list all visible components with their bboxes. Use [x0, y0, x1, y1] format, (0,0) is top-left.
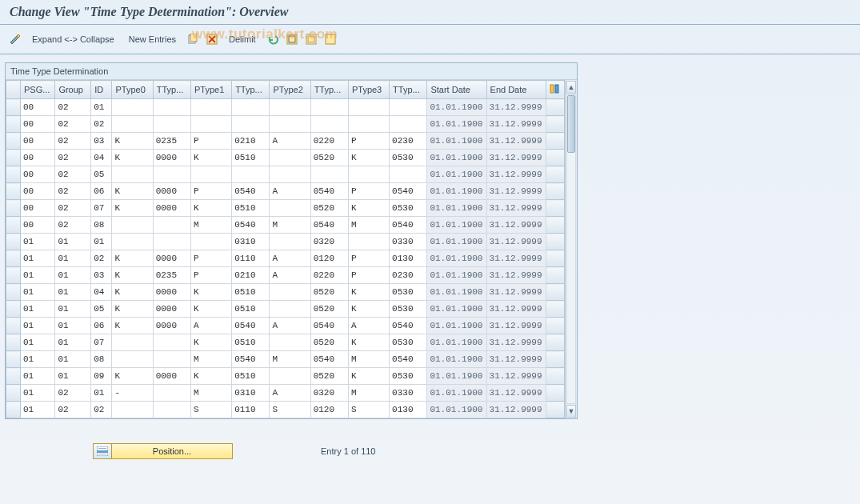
cell-psg[interactable]: 01	[20, 301, 54, 318]
row-marker[interactable]	[6, 301, 21, 318]
cell-pt0[interactable]	[112, 402, 153, 418]
cell-tt2[interactable]: 0520	[310, 200, 348, 217]
row-marker[interactable]	[6, 334, 21, 351]
cell-psg[interactable]: 00	[20, 183, 54, 200]
cell-psg[interactable]: 01	[20, 385, 54, 402]
cell-grp[interactable]: 01	[55, 301, 91, 318]
cell-pt3[interactable]: A	[348, 318, 389, 334]
cell-ed[interactable]: 31.12.9999	[486, 284, 546, 301]
cell-pt3[interactable]: K	[348, 200, 389, 217]
cell-tt3[interactable]: 0530	[390, 200, 427, 217]
cell-tt0[interactable]: 0000	[153, 368, 190, 385]
table-row[interactable]: 010107K05100520K053001.01.190031.12.9999	[6, 334, 565, 351]
cell-pt2[interactable]: S	[270, 402, 310, 418]
table-row[interactable]: 000204K0000K05100520K053001.01.190031.12…	[6, 150, 565, 166]
cell-pt3[interactable]	[348, 99, 389, 116]
table-row[interactable]: 000206K0000P0540A0540P054001.01.190031.1…	[6, 183, 565, 200]
cell-psg[interactable]: 01	[20, 284, 54, 301]
cell-tt1[interactable]: 0110	[232, 250, 270, 267]
col-id[interactable]: ID	[91, 81, 112, 99]
table-row[interactable]: 000207K0000K05100520K053001.01.190031.12…	[6, 200, 565, 217]
cell-grp[interactable]: 02	[55, 150, 91, 166]
cell-tt2[interactable]: 0540	[310, 183, 348, 200]
cell-tt1[interactable]	[232, 99, 270, 116]
cell-pt3[interactable]: P	[348, 133, 389, 150]
cell-tt2[interactable]: 0520	[310, 301, 348, 318]
cell-tt1[interactable]: 0510	[232, 368, 270, 385]
cell-pt0[interactable]: K	[112, 368, 153, 385]
cell-sd[interactable]: 01.01.1900	[427, 133, 486, 150]
cell-psg[interactable]: 01	[20, 402, 54, 418]
cell-sd[interactable]: 01.01.1900	[427, 334, 486, 351]
cell-grp[interactable]: 01	[55, 267, 91, 284]
cell-id[interactable]: 02	[91, 116, 112, 133]
cell-tt0[interactable]	[153, 234, 190, 250]
cell-tt2[interactable]: 0220	[310, 267, 348, 284]
cell-id[interactable]: 07	[91, 200, 112, 217]
cell-tt2[interactable]: 0320	[310, 234, 348, 250]
cell-ed[interactable]: 31.12.9999	[486, 368, 546, 385]
toggle-change-icon[interactable]	[8, 32, 22, 46]
time-type-table[interactable]: PSG... Group ID PType0 TTyp... PType1 TT…	[6, 80, 565, 418]
cell-tt1[interactable]: 0540	[232, 183, 270, 200]
row-marker[interactable]	[6, 318, 21, 334]
cell-tt0[interactable]: 0000	[153, 150, 190, 166]
cell-pt1[interactable]: K	[190, 301, 231, 318]
table-row[interactable]: 010105K0000K05100520K053001.01.190031.12…	[6, 301, 565, 318]
cell-pt2[interactable]	[270, 368, 310, 385]
cell-psg[interactable]: 01	[20, 368, 54, 385]
cell-ed[interactable]: 31.12.9999	[486, 301, 546, 318]
cell-tt3[interactable]: 0330	[390, 234, 427, 250]
col-ttyp2[interactable]: TTyp...	[310, 81, 348, 99]
cell-ed[interactable]: 31.12.9999	[486, 234, 546, 250]
cell-tt2[interactable]: 0540	[310, 318, 348, 334]
cell-sd[interactable]: 01.01.1900	[427, 368, 486, 385]
cell-tt3[interactable]: 0530	[390, 334, 427, 351]
row-marker-header[interactable]	[6, 81, 21, 99]
cell-sd[interactable]: 01.01.1900	[427, 217, 486, 234]
row-marker[interactable]	[6, 234, 21, 250]
cell-sd[interactable]: 01.01.1900	[427, 284, 486, 301]
row-marker[interactable]	[6, 183, 21, 200]
col-ttyp3[interactable]: TTyp...	[390, 81, 427, 99]
cell-pt1[interactable]	[190, 99, 231, 116]
cell-id[interactable]: 05	[91, 301, 112, 318]
cell-tt2[interactable]: 0520	[310, 368, 348, 385]
cell-tt1[interactable]: 0510	[232, 284, 270, 301]
cell-tt1[interactable]: 0510	[232, 150, 270, 166]
cell-tt0[interactable]	[153, 217, 190, 234]
cell-pt3[interactable]: P	[348, 183, 389, 200]
vertical-scrollbar[interactable]: ▲ ▼	[565, 80, 577, 418]
delete-icon[interactable]	[205, 32, 219, 46]
row-marker[interactable]	[6, 200, 21, 217]
cell-tt0[interactable]	[153, 116, 190, 133]
row-marker[interactable]	[6, 217, 21, 234]
cell-pt3[interactable]: K	[348, 334, 389, 351]
cell-sd[interactable]: 01.01.1900	[427, 200, 486, 217]
expand-collapse-button[interactable]: Expand <-> Collapse	[27, 33, 119, 46]
cell-tt1[interactable]: 0310	[232, 385, 270, 402]
cell-pt2[interactable]: M	[270, 351, 310, 368]
cell-id[interactable]: 03	[91, 267, 112, 284]
cell-tt3[interactable]: 0530	[390, 301, 427, 318]
row-marker[interactable]	[6, 116, 21, 133]
cell-tt2[interactable]: 0520	[310, 334, 348, 351]
scroll-down-icon[interactable]: ▼	[566, 405, 576, 418]
cell-tt0[interactable]	[153, 99, 190, 116]
cell-pt3[interactable]: K	[348, 368, 389, 385]
row-marker[interactable]	[6, 351, 21, 368]
cell-pt3[interactable]: P	[348, 267, 389, 284]
cell-tt0[interactable]: 0000	[153, 318, 190, 334]
cell-id[interactable]: 04	[91, 150, 112, 166]
cell-psg[interactable]: 01	[20, 318, 54, 334]
cell-grp[interactable]: 02	[55, 133, 91, 150]
cell-pt1[interactable]: K	[190, 284, 231, 301]
table-row[interactable]: 010108M0540M0540M054001.01.190031.12.999…	[6, 351, 565, 368]
cell-tt2[interactable]	[310, 99, 348, 116]
table-row[interactable]: 010106K0000A0540A0540A054001.01.190031.1…	[6, 318, 565, 334]
cell-tt2[interactable]: 0120	[310, 402, 348, 418]
cell-grp[interactable]: 02	[55, 183, 91, 200]
cell-id[interactable]: 01	[91, 234, 112, 250]
cell-tt1[interactable]: 0110	[232, 402, 270, 418]
cell-pt0[interactable]	[112, 234, 153, 250]
